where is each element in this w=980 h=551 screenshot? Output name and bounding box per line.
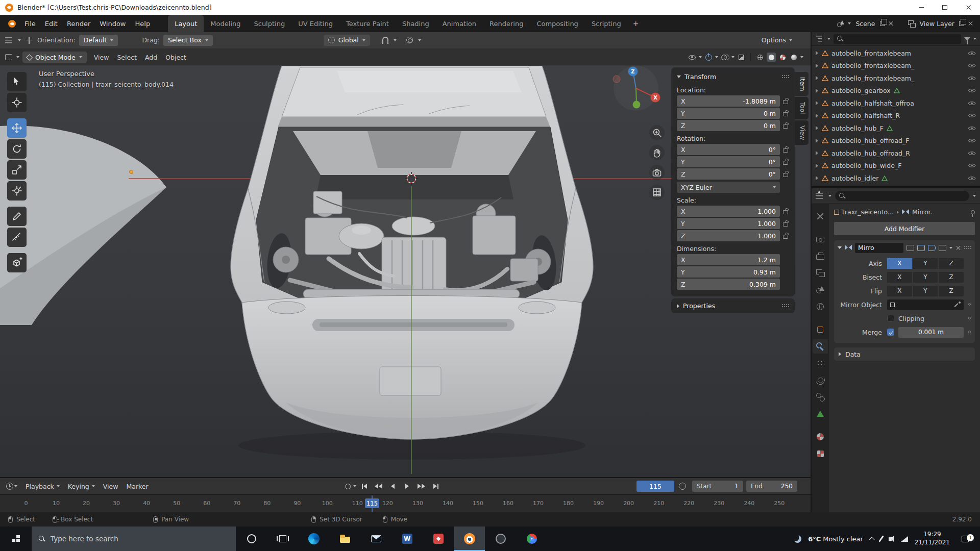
xray-toggle-icon[interactable]: [737, 53, 746, 62]
editor-type-icon[interactable]: [5, 482, 14, 491]
flip-toggle-button[interactable]: X: [887, 286, 912, 296]
menu-item[interactable]: Edit: [40, 20, 62, 28]
new-scene-icon[interactable]: [880, 21, 885, 26]
car-model[interactable]: [231, 66, 593, 439]
window-titlebar[interactable]: Blender* [C:\Users\Test.chris-PC\Downloa…: [0, 0, 980, 15]
timeline-menu-item[interactable]: Marker: [126, 483, 148, 490]
sidebar-tab[interactable]: View: [795, 120, 808, 145]
delete-scene-icon[interactable]: [889, 21, 894, 26]
grid-projection-icon[interactable]: [649, 185, 665, 200]
shading-rendered-icon[interactable]: [789, 53, 798, 62]
panel-title[interactable]: Transform: [684, 73, 778, 81]
play-reverse-button[interactable]: [386, 481, 399, 491]
outliner-row[interactable]: autobello_hub_F: [812, 122, 980, 135]
expand-icon[interactable]: [816, 64, 818, 68]
annotate-tool-icon[interactable]: [7, 207, 27, 226]
object-name[interactable]: autobello_hub_wide_F: [831, 162, 901, 169]
visibility-eye-icon[interactable]: [968, 63, 976, 68]
drag-handle-icon[interactable]: [964, 245, 971, 250]
options-dropdown[interactable]: Options: [762, 36, 786, 44]
volume-icon[interactable]: [889, 537, 892, 541]
workspace-tab[interactable]: Layout: [168, 15, 204, 32]
sidebar-tab[interactable]: Tool: [795, 97, 808, 119]
sidebar-tab[interactable]: Item: [795, 72, 808, 96]
expand-icon[interactable]: [816, 151, 818, 155]
breadcrumb-modifier[interactable]: Mirror.: [912, 208, 933, 216]
properties-tab[interactable]: [813, 283, 828, 297]
clipping-checkbox[interactable]: [887, 315, 894, 322]
outliner-row[interactable]: autobello_hub_wide_F: [812, 160, 980, 172]
expand-icon[interactable]: [816, 164, 818, 168]
visibility-eye-icon[interactable]: [968, 176, 976, 181]
shading-solid-icon[interactable]: [767, 53, 776, 62]
drag-handle-icon[interactable]: [781, 74, 789, 79]
animate-dot-icon[interactable]: [968, 331, 971, 333]
play-button[interactable]: [401, 481, 413, 491]
lock-open-icon[interactable]: [782, 232, 789, 239]
expand-icon[interactable]: [816, 89, 818, 93]
maximize-button[interactable]: [933, 0, 957, 15]
weather-widget[interactable]: 6°CMostly clear: [808, 535, 863, 543]
axis-toggle-button[interactable]: Y: [913, 258, 938, 269]
workspace-tab[interactable]: Animation: [436, 15, 483, 32]
properties-tab[interactable]: [813, 322, 828, 337]
number-field[interactable]: Y 0 m: [677, 108, 780, 119]
object-name[interactable]: autobello_hub_offroad_F: [831, 137, 909, 144]
properties-search-field[interactable]: [835, 191, 969, 201]
editor-type-icon[interactable]: [5, 36, 14, 45]
timeline-menu-item[interactable]: View: [103, 483, 118, 490]
lock-open-icon[interactable]: [782, 122, 789, 129]
taskbar-app-icon[interactable]: [360, 527, 391, 551]
delete-modifier-icon[interactable]: [955, 245, 961, 251]
add-cube-tool-icon[interactable]: [7, 253, 27, 272]
workspace-tab[interactable]: Sculpting: [247, 15, 291, 32]
menu-item[interactable]: Render: [62, 20, 95, 28]
properties-tab[interactable]: [813, 430, 828, 444]
move-tool-icon[interactable]: [7, 118, 27, 138]
visibility-eye-icon[interactable]: [968, 151, 976, 156]
show-object-types-eye-icon[interactable]: [688, 53, 697, 62]
zoom-icon[interactable]: [649, 125, 665, 140]
number-field[interactable]: Y 0°: [677, 156, 780, 167]
menu-item[interactable]: Window: [95, 20, 130, 28]
gizmos-toggle-icon[interactable]: [704, 53, 713, 62]
render-toggle-icon[interactable]: [928, 245, 936, 251]
rotation-mode-dropdown[interactable]: XYZ Euler: [677, 182, 780, 193]
outliner-row[interactable]: autobello_frontaxlebeam_: [812, 72, 980, 85]
outliner-row[interactable]: autobello_frontaxlebeam: [812, 47, 980, 60]
blender-menu-icon[interactable]: [8, 20, 16, 28]
number-field[interactable]: Z 0°: [677, 168, 780, 180]
chevron-down-icon[interactable]: [394, 39, 397, 41]
modifier-name-field[interactable]: Mirro: [855, 243, 903, 253]
properties-tab[interactable]: [813, 266, 828, 280]
collapse-icon[interactable]: [677, 76, 681, 78]
on-cage-toggle-icon[interactable]: [939, 245, 946, 251]
number-field[interactable]: X 1.2 m: [677, 254, 780, 265]
mode-dropdown[interactable]: Object Mode: [22, 52, 87, 63]
workspace-tab[interactable]: Texture Paint: [339, 15, 396, 32]
expand-icon[interactable]: [816, 51, 818, 55]
chevron-down-icon[interactable]: [353, 485, 356, 487]
pin-icon[interactable]: [971, 210, 975, 214]
taskbar-app-icon[interactable]: [516, 527, 547, 551]
expand-icon[interactable]: [816, 126, 818, 130]
scene-browse-icon[interactable]: [848, 22, 851, 24]
visibility-eye-icon[interactable]: [968, 126, 976, 131]
viewport-menu-item[interactable]: Object: [161, 54, 190, 61]
collapse-icon[interactable]: [838, 246, 842, 249]
workspace-tab[interactable]: Scripting: [585, 15, 628, 32]
axis-toggle-button[interactable]: X: [887, 258, 912, 269]
mirror-object-field[interactable]: [887, 299, 964, 310]
outliner-row[interactable]: autobello_halfshaft_offroa: [812, 97, 980, 110]
chevron-down-icon[interactable]: [973, 195, 976, 197]
chevron-down-icon[interactable]: [715, 56, 718, 58]
number-field[interactable]: Z 0 m: [677, 120, 780, 131]
number-field[interactable]: Y 0.93 m: [677, 266, 780, 278]
outliner-row[interactable]: autobello_hub_offroad_R: [812, 147, 980, 160]
next-keyframe-button[interactable]: [415, 481, 428, 491]
add-modifier-button[interactable]: Add Modifier: [834, 222, 975, 235]
flip-toggle-button[interactable]: Y: [913, 286, 938, 296]
merge-checkbox[interactable]: [887, 329, 894, 336]
viewport-menu-item[interactable]: View: [90, 54, 113, 61]
taskbar-app-icon[interactable]: [298, 527, 329, 551]
